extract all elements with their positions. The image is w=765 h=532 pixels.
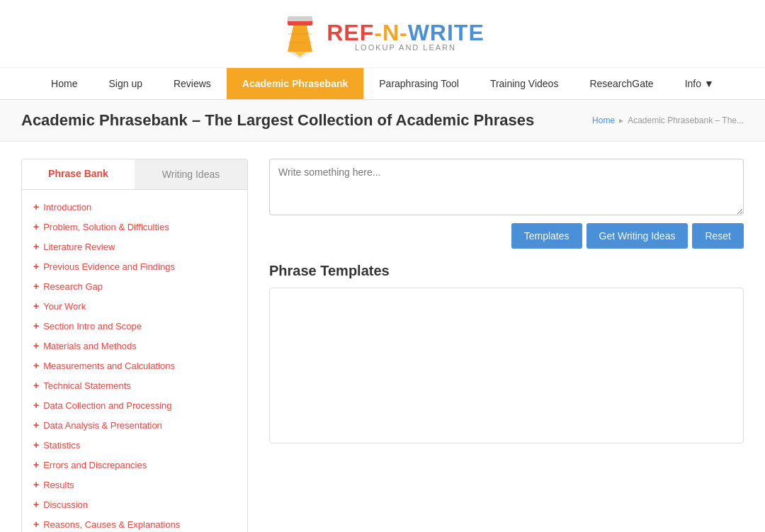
plus-icon: + [33, 419, 39, 431]
phrase-list-item[interactable]: +Results [22, 475, 247, 494]
nav-training-videos[interactable]: Training Videos [475, 68, 574, 99]
phrase-label[interactable]: Materials and Methods [43, 341, 137, 351]
plus-icon: + [33, 300, 39, 312]
phrase-list-item[interactable]: +Statistics [22, 435, 247, 455]
phrase-list-item[interactable]: +Errors and Discrepancies [22, 455, 247, 475]
phrase-label[interactable]: Measurements and Calculations [43, 361, 175, 371]
phrase-list-item[interactable]: +Section Intro and Scope [22, 316, 247, 336]
tab-bar: Phrase Bank Writing Ideas [21, 159, 248, 190]
page-header: Academic Phrasebank – The Largest Collec… [0, 100, 765, 142]
page-title: Academic Phrasebank – The Largest Collec… [21, 111, 534, 130]
phrase-list-item[interactable]: +Previous Evidence and Findings [22, 256, 247, 276]
plus-icon: + [33, 281, 39, 292]
plus-icon: + [33, 241, 39, 252]
plus-icon: + [33, 479, 39, 490]
get-writing-ideas-button[interactable]: Get Writing Ideas [586, 223, 688, 249]
plus-icon: + [33, 380, 39, 391]
phrase-list-item[interactable]: +Introduction [22, 197, 247, 217]
plus-icon: + [33, 201, 39, 213]
logo-icon [280, 13, 319, 59]
phrase-list-item[interactable]: +Technical Statements [22, 375, 247, 395]
plus-icon: + [33, 340, 39, 351]
nav-info[interactable]: Info ▼ [669, 68, 730, 99]
write-textarea[interactable] [269, 159, 744, 215]
plus-icon: + [33, 519, 39, 530]
phrase-list-item[interactable]: +Materials and Methods [22, 336, 247, 356]
phrase-list-item[interactable]: +Your Work [22, 296, 247, 316]
phrase-label[interactable]: Section Intro and Scope [43, 321, 142, 332]
phrase-label[interactable]: Research Gap [43, 281, 103, 292]
right-panel: Templates Get Writing Ideas Reset Phrase… [248, 159, 744, 532]
phrase-list: +Introduction+Problem, Solution & Diffic… [21, 190, 248, 532]
plus-icon: + [33, 400, 39, 411]
phrase-label[interactable]: Data Analysis & Presentation [43, 420, 162, 431]
nav-reviews[interactable]: Reviews [158, 68, 227, 99]
phrase-label[interactable]: Your Work [43, 301, 86, 312]
logo-text: REF-N-WRITE [327, 20, 484, 46]
phrase-list-item[interactable]: +Research Gap [22, 276, 247, 296]
phrase-templates-box [269, 288, 744, 443]
left-panel: Phrase Bank Writing Ideas +Introduction+… [21, 159, 248, 532]
phrase-label[interactable]: Results [43, 480, 74, 490]
plus-icon: + [33, 439, 39, 451]
phrase-label[interactable]: Problem, Solution & Difficulties [43, 222, 169, 232]
nav-researchgate[interactable]: ResearchGate [574, 68, 669, 99]
nav-academic-phrasebank[interactable]: Academic Phrasebank [227, 68, 363, 99]
phrase-label[interactable]: Technical Statements [43, 380, 131, 391]
nav-home[interactable]: Home [35, 68, 93, 99]
phrase-list-item[interactable]: +Data Collection and Processing [22, 395, 247, 415]
tab-writing-ideas[interactable]: Writing Ideas [135, 159, 247, 189]
site-header: REF-N-WRITE LOOKUP AND LEARN [0, 0, 765, 68]
phrase-label[interactable]: Data Collection and Processing [43, 400, 171, 411]
main-nav: Home Sign up Reviews Academic Phrasebank… [0, 68, 765, 100]
phrase-list-item[interactable]: +Reasons, Causes & Explanations [22, 514, 247, 532]
plus-icon: + [33, 221, 39, 232]
action-buttons: Templates Get Writing Ideas Reset [269, 223, 744, 249]
nav-signup[interactable]: Sign up [93, 68, 157, 99]
phrase-label[interactable]: Statistics [43, 440, 80, 451]
plus-icon: + [33, 459, 39, 470]
phrase-templates-title: Phrase Templates [269, 263, 744, 279]
phrase-label[interactable]: Reasons, Causes & Explanations [43, 519, 180, 530]
breadcrumb-separator: ▸ [619, 115, 623, 125]
tab-phrase-bank[interactable]: Phrase Bank [22, 159, 135, 189]
main-content: Phrase Bank Writing Ideas +Introduction+… [0, 142, 765, 532]
phrase-list-item[interactable]: +Discussion [22, 494, 247, 514]
reset-button[interactable]: Reset [692, 223, 744, 249]
nav-paraphrasing-tool[interactable]: Paraphrasing Tool [363, 68, 475, 99]
svg-rect-4 [288, 16, 312, 21]
breadcrumb: Home ▸ Academic Phrasebank – The... [592, 115, 744, 125]
phrase-label[interactable]: Discussion [43, 499, 88, 510]
phrase-label[interactable]: Previous Evidence and Findings [43, 261, 175, 272]
plus-icon: + [33, 320, 39, 332]
phrase-list-item[interactable]: +Problem, Solution & Difficulties [22, 217, 247, 237]
plus-icon: + [33, 499, 39, 510]
breadcrumb-home-link[interactable]: Home [592, 115, 615, 125]
phrase-list-item[interactable]: +Measurements and Calculations [22, 356, 247, 375]
chevron-down-icon: ▼ [704, 78, 714, 89]
plus-icon: + [33, 261, 39, 272]
phrase-label[interactable]: Errors and Discrepancies [43, 460, 147, 470]
phrase-label[interactable]: Introduction [43, 202, 91, 213]
phrase-list-item[interactable]: +Literature Review [22, 237, 247, 256]
plus-icon: + [33, 360, 39, 371]
breadcrumb-current: Academic Phrasebank – The... [628, 115, 744, 125]
phrase-list-item[interactable]: +Data Analysis & Presentation [22, 415, 247, 435]
phrase-label[interactable]: Literature Review [43, 242, 115, 252]
templates-button[interactable]: Templates [511, 223, 582, 249]
